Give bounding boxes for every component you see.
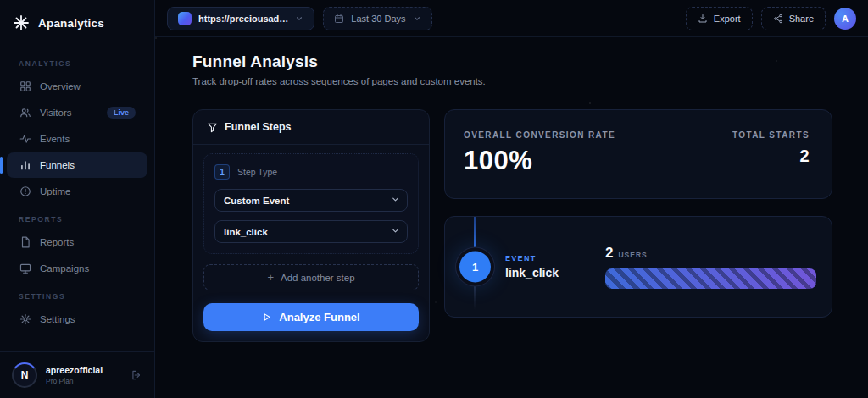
event-type-label: EVENT: [505, 254, 605, 263]
sidebar-item-label: Events: [40, 134, 70, 144]
add-step-button[interactable]: + Add another step: [203, 264, 419, 290]
users-label: USERS: [618, 251, 647, 259]
sidebar-item-label: Uptime: [40, 186, 70, 196]
sidebar-item-label: Visitors: [40, 108, 72, 118]
sidebar-item-reports[interactable]: Reports: [7, 229, 147, 255]
date-range-label: Last 30 Days: [351, 14, 405, 24]
users-count: 2: [605, 245, 613, 262]
user-name: apreezofficial: [46, 365, 103, 375]
section-label-reports: REPORTS: [0, 205, 154, 229]
gear-icon: [19, 313, 31, 326]
funnel-step-result-card: 1 EVENT link_click 2 USERS: [444, 216, 832, 318]
download-icon: [698, 14, 708, 24]
funnel-filter-icon: [207, 122, 218, 133]
page-content: Funnel Analysis Track drop-off rates acr…: [155, 37, 868, 398]
play-icon: [262, 312, 271, 322]
step-number-badge: 1: [214, 164, 230, 180]
topbar: https://preciousad… Last 30 Days: [155, 0, 868, 37]
sidebar-item-campaigns[interactable]: Campaigns: [7, 256, 147, 281]
file-icon: [19, 236, 31, 249]
page-title: Funnel Analysis: [192, 53, 832, 71]
logout-icon[interactable]: [131, 369, 142, 381]
export-label: Export: [714, 14, 741, 24]
step-event-select[interactable]: link_click: [214, 220, 408, 243]
bar-chart-icon: [19, 159, 31, 172]
sidebar-item-events[interactable]: Events: [7, 126, 147, 152]
page-subtitle: Track drop-off rates across sequences of…: [192, 76, 832, 86]
section-label-settings: SETTINGS: [0, 282, 154, 306]
conversion-summary-card: OVERALL CONVERSION RATE 100% TOTAL START…: [444, 109, 832, 199]
timeline-line-fade: [474, 281, 476, 310]
chevron-down-icon: [413, 14, 421, 23]
total-starts-label: TOTAL STARTS: [732, 130, 810, 140]
overall-conversion-value: 100%: [464, 146, 615, 176]
user-plan: Pro Plan: [46, 377, 103, 385]
results-column: OVERALL CONVERSION RATE 100% TOTAL START…: [444, 109, 832, 318]
avatar: N: [12, 362, 37, 388]
app-title: Apanalytics: [38, 17, 104, 30]
date-range-selector[interactable]: Last 30 Days: [323, 7, 431, 30]
alert-circle-icon: [19, 185, 31, 198]
share-icon: [773, 14, 783, 24]
sidebar-nav: ANALYTICS Overview Visitors: [0, 44, 154, 351]
site-url: https://preciousad…: [198, 14, 288, 24]
logo-star-icon: [12, 14, 31, 32]
users-icon: [19, 107, 31, 119]
main-area: https://preciousad… Last 30 Days: [155, 0, 868, 398]
section-label-analytics: ANALYTICS: [0, 49, 154, 73]
analyze-funnel-button[interactable]: Analyze Funnel: [203, 303, 419, 331]
plus-icon: +: [267, 271, 274, 284]
timeline-line: [474, 217, 476, 252]
panel-title: Funnel Steps: [225, 121, 291, 133]
sidebar-item-label: Reports: [40, 237, 74, 247]
logo: Apanalytics: [0, 0, 154, 44]
app-window: Apanalytics ANALYTICS Overview: [0, 0, 868, 398]
sidebar-item-settings[interactable]: Settings: [7, 307, 147, 332]
sidebar-item-label: Campaigns: [40, 263, 89, 274]
monitor-icon: [19, 263, 31, 275]
funnel-steps-panel: Funnel Steps 1 Step Type Custom Event: [192, 109, 430, 342]
site-favicon: [178, 12, 192, 25]
step-type-label: Step Type: [237, 167, 277, 177]
calendar-icon: [334, 14, 344, 24]
sidebar-item-uptime[interactable]: Uptime: [7, 179, 147, 204]
funnel-progress-bar: [605, 268, 816, 289]
sidebar-item-label: Overview: [40, 81, 81, 91]
grid-icon: [19, 80, 31, 93]
sidebar-item-overview[interactable]: Overview: [7, 74, 147, 99]
step-number-circle: 1: [459, 252, 491, 283]
total-starts-value: 2: [732, 146, 810, 166]
step-config-card: 1 Step Type Custom Event: [203, 153, 419, 254]
activity-icon: [19, 133, 31, 146]
chevron-down-icon: [295, 14, 303, 23]
export-button[interactable]: Export: [686, 7, 753, 30]
user-footer: N apreezofficial Pro Plan: [0, 351, 154, 398]
step-type-select[interactable]: Custom Event: [214, 189, 408, 212]
share-button[interactable]: Share: [761, 7, 826, 30]
sidebar-item-visitors[interactable]: Visitors Live: [7, 100, 147, 125]
sidebar-item-funnels[interactable]: Funnels: [7, 152, 147, 178]
live-badge: Live: [107, 107, 136, 119]
site-selector[interactable]: https://preciousad…: [167, 7, 314, 30]
overall-conversion-label: OVERALL CONVERSION RATE: [464, 130, 615, 140]
sidebar-item-label: Settings: [40, 314, 75, 324]
account-avatar[interactable]: A: [834, 8, 856, 30]
event-name: link_click: [505, 266, 605, 279]
sidebar-item-label: Funnels: [40, 160, 75, 170]
step-timeline: 1: [445, 217, 505, 317]
sidebar: Apanalytics ANALYTICS Overview: [0, 0, 155, 398]
share-label: Share: [789, 14, 814, 24]
